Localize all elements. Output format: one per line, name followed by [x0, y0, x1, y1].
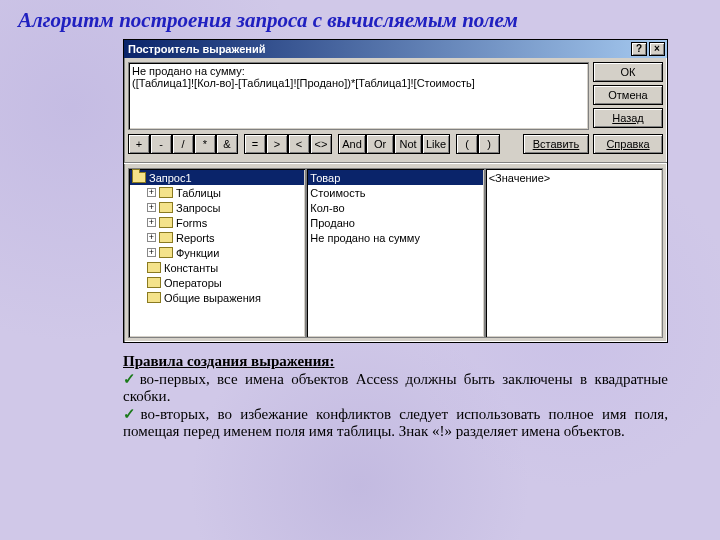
- value-item[interactable]: <Значение>: [487, 170, 661, 185]
- folder-icon: [159, 247, 173, 258]
- tree-item-label: Таблицы: [176, 187, 221, 199]
- op-and[interactable]: And: [338, 134, 366, 154]
- op-like[interactable]: Like: [422, 134, 450, 154]
- cancel-button[interactable]: Отмена: [593, 85, 663, 105]
- tree-item[interactable]: +Таблицы: [130, 185, 304, 200]
- field-list[interactable]: ТоварСтоимостьКол-воПроданоНе продано на…: [306, 168, 484, 338]
- op-div[interactable]: /: [172, 134, 194, 154]
- tree-item[interactable]: +Запросы: [130, 200, 304, 215]
- op-ne[interactable]: <>: [310, 134, 332, 154]
- checkmark-icon: ✓: [123, 371, 140, 387]
- field-item[interactable]: Не продано на сумму: [308, 230, 482, 245]
- op-amp[interactable]: &: [216, 134, 238, 154]
- ok-button[interactable]: ОК: [593, 62, 663, 82]
- tree-item-label: Функции: [176, 247, 219, 259]
- tree-item[interactable]: Операторы: [130, 275, 304, 290]
- checkmark-icon: ✓: [123, 406, 140, 422]
- expression-textarea[interactable]: Не продано на сумму: ([Таблица1]![Кол-во…: [128, 62, 589, 130]
- folder-icon: [147, 262, 161, 273]
- tree-item-label: Общие выражения: [164, 292, 261, 304]
- field-item[interactable]: Продано: [308, 215, 482, 230]
- folder-icon: [159, 217, 173, 228]
- expression-builder-window: Построитель выражений ? × Не продано на …: [123, 39, 668, 343]
- operator-toolbar: + - / * & = > < <> And Or Not Like ( ) В…: [128, 134, 589, 154]
- op-rparen[interactable]: ): [478, 134, 500, 154]
- field-item[interactable]: Товар: [308, 170, 482, 185]
- tree-item-label: Forms: [176, 217, 207, 229]
- back-button[interactable]: Назад: [593, 108, 663, 128]
- folder-icon: [132, 172, 146, 183]
- op-mul[interactable]: *: [194, 134, 216, 154]
- folder-icon: [159, 202, 173, 213]
- help-button[interactable]: ?: [631, 42, 647, 56]
- category-tree[interactable]: Запрос1+Таблицы+Запросы+Forms+Reports+Фу…: [128, 168, 306, 338]
- op-plus[interactable]: +: [128, 134, 150, 154]
- op-lparen[interactable]: (: [456, 134, 478, 154]
- expression-line: Не продано на сумму:: [132, 65, 585, 77]
- field-item[interactable]: Кол-во: [308, 200, 482, 215]
- op-gt[interactable]: >: [266, 134, 288, 154]
- titlebar: Построитель выражений ? ×: [124, 40, 667, 58]
- op-minus[interactable]: -: [150, 134, 172, 154]
- separator: [124, 162, 667, 164]
- expand-icon[interactable]: +: [147, 233, 156, 242]
- window-title: Построитель выражений: [128, 43, 265, 55]
- tree-item-label: Константы: [164, 262, 218, 274]
- expand-icon[interactable]: +: [147, 188, 156, 197]
- tree-item[interactable]: +Forms: [130, 215, 304, 230]
- expression-line: ([Таблица1]![Кол-во]-[Таблица1]![Продано…: [132, 77, 585, 89]
- value-list[interactable]: <Значение>: [485, 168, 663, 338]
- folder-icon: [159, 232, 173, 243]
- tree-item-label: Reports: [176, 232, 215, 244]
- tree-item[interactable]: +Функции: [130, 245, 304, 260]
- tree-item-label: Операторы: [164, 277, 222, 289]
- rules-heading: Правила создания выражения:: [123, 353, 334, 369]
- folder-icon: [147, 292, 161, 303]
- folder-icon: [159, 187, 173, 198]
- folder-icon: [147, 277, 161, 288]
- expand-icon[interactable]: +: [147, 203, 156, 212]
- tree-item[interactable]: +Reports: [130, 230, 304, 245]
- close-button[interactable]: ×: [649, 42, 665, 56]
- tree-item-label: Запрос1: [149, 172, 192, 184]
- insert-button[interactable]: Вставить: [523, 134, 589, 154]
- tree-item[interactable]: Константы: [130, 260, 304, 275]
- rules-text: Правила создания выражения: ✓во-первых, …: [123, 353, 668, 440]
- page-title: Алгоритм построения запроса с вычисляемы…: [18, 8, 702, 33]
- field-item[interactable]: Стоимость: [308, 185, 482, 200]
- tree-item[interactable]: Общие выражения: [130, 290, 304, 305]
- expand-icon[interactable]: +: [147, 248, 156, 257]
- rules-item: во-вторых, во избежание конфликтов следу…: [123, 406, 668, 439]
- op-or[interactable]: Or: [366, 134, 394, 154]
- tree-item-label: Запросы: [176, 202, 220, 214]
- op-not[interactable]: Not: [394, 134, 422, 154]
- help-ref-button[interactable]: Справка: [593, 134, 663, 154]
- op-lt[interactable]: <: [288, 134, 310, 154]
- op-eq[interactable]: =: [244, 134, 266, 154]
- rules-item: во-первых, все имена объектов Access дол…: [123, 371, 668, 404]
- expand-icon[interactable]: +: [147, 218, 156, 227]
- tree-item[interactable]: Запрос1: [130, 170, 304, 185]
